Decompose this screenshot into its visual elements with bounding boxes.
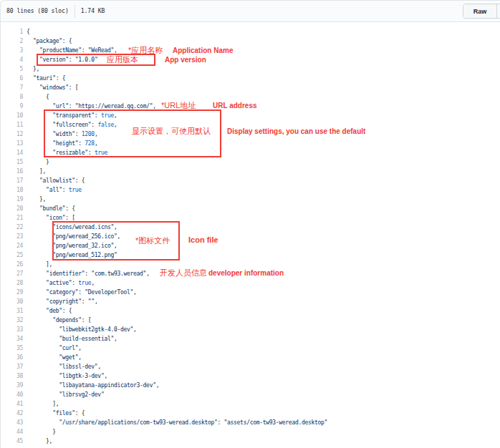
line-number[interactable]: 28 [1, 278, 23, 288]
line-number[interactable]: 18 [1, 185, 23, 195]
code-text: "curl", [23, 344, 82, 353]
line-number[interactable]: 42 [1, 409, 23, 418]
file-size: 1.74 KB [81, 8, 105, 14]
line-number[interactable]: 10 [1, 111, 23, 120]
code-line: 31 "deb": { [1, 306, 500, 316]
code-line: 40 "librsvg2-dev" [1, 390, 500, 399]
code-text: }, [23, 195, 46, 204]
code-line: 39 "libayatana-appindicator3-dev", [1, 381, 500, 390]
file-info: 80 lines (80 sloc) 1.74 KB [6, 5, 105, 18]
line-number[interactable]: 45 [1, 437, 23, 446]
line-number[interactable]: 7 [1, 83, 23, 92]
line-number[interactable]: 37 [1, 362, 23, 371]
annotation-icon-files-cn: *图标文件 [135, 236, 170, 245]
code-line: 37 "libssl-dev", [1, 362, 500, 371]
line-number[interactable]: 19 [1, 195, 23, 204]
line-number[interactable]: 6 [1, 74, 23, 83]
code-text: "/usr/share/applications/com-tw93-weread… [23, 418, 327, 427]
code-text: "active": true, [23, 278, 95, 288]
code-text: "libayatana-appindicator3-dev", [23, 381, 159, 390]
line-number[interactable]: 34 [1, 334, 23, 344]
line-number[interactable]: 20 [1, 204, 23, 213]
code-line: 18 "all": true [1, 185, 500, 195]
line-number[interactable]: 15 [1, 157, 23, 167]
code-line: 2 "package": { [1, 36, 500, 46]
annotation-developer-cn: 开发人员信息 [160, 268, 207, 278]
line-number[interactable]: 35 [1, 344, 23, 353]
line-number[interactable]: 8 [1, 92, 23, 102]
code-text: "category": "DeveloperTool", [23, 288, 137, 297]
line-number[interactable]: 32 [1, 316, 23, 325]
line-number[interactable]: 27 [1, 269, 23, 278]
code-text: "bundle": { [23, 204, 75, 213]
code-line: 45 }, [1, 437, 500, 446]
code-text: "all": true [23, 185, 82, 195]
line-number[interactable]: 4 [1, 55, 23, 64]
annotation-developer-en: developer information [208, 269, 284, 278]
code-line: 7 "windows": [ [1, 83, 500, 92]
code-line: 19 }, [1, 195, 500, 204]
code-text: }, [23, 437, 52, 446]
code-line: 15 } [1, 157, 500, 167]
line-number[interactable]: 43 [1, 418, 23, 427]
line-number[interactable]: 23 [1, 232, 23, 241]
code-text: "build-essential", [23, 334, 117, 344]
annotation-icon-files-en: Icon file [188, 235, 218, 244]
code-text: "wget", [23, 353, 82, 362]
code-text: } [23, 427, 56, 437]
line-number[interactable]: 2 [1, 36, 23, 46]
line-number[interactable]: 41 [1, 399, 23, 409]
annotation-display-settings-en: Display settings, you can use the defaul… [227, 127, 365, 136]
line-number[interactable]: 25 [1, 250, 23, 260]
code-line: 8 { [1, 92, 500, 102]
code-text: "libssl-dev", [23, 362, 101, 371]
code-text: "package": { [23, 36, 72, 46]
code-text: "libwebkit2gtk-4.0-dev", [23, 325, 137, 334]
annotation-version-en: App version [165, 56, 206, 64]
code-text: "deb": { [23, 306, 72, 316]
line-number[interactable]: 17 [1, 176, 23, 185]
raw-button[interactable]: Raw [463, 4, 497, 18]
line-number[interactable]: 38 [1, 371, 23, 381]
code-line: 34 "build-essential", [1, 334, 500, 344]
line-number[interactable]: 36 [1, 353, 23, 362]
line-number[interactable]: 21 [1, 213, 23, 223]
line-number[interactable]: 40 [1, 390, 23, 399]
line-number[interactable]: 31 [1, 306, 23, 316]
line-number[interactable]: 24 [1, 241, 23, 250]
annotation-product-name-en: Application Name [173, 47, 233, 55]
code-line: 1{ [1, 27, 500, 36]
annotation-display-settings-cn: 显示设置，可使用默认 [132, 127, 211, 136]
line-number[interactable]: 12 [1, 130, 23, 139]
code-line: 38 "libgtk-3-dev", [1, 371, 500, 381]
code-line: 35 "curl", [1, 344, 500, 353]
line-number[interactable]: 9 [1, 102, 23, 111]
code-text: "identifier": "com.tw93.weread", [23, 269, 150, 278]
code-text: ], [23, 167, 46, 176]
line-number[interactable]: 11 [1, 120, 23, 130]
file-blob-container: 80 lines (80 sloc) 1.74 KB Raw 1{2 "pack… [0, 0, 500, 448]
code-line: 6 "tauri": { [1, 74, 500, 83]
code-line: 17 "allowlist": { [1, 176, 500, 185]
blame-button-partial[interactable] [497, 4, 500, 18]
line-number[interactable]: 1 [1, 27, 23, 36]
line-number[interactable]: 33 [1, 325, 23, 334]
line-number[interactable]: 44 [1, 427, 23, 437]
line-number[interactable]: 30 [1, 297, 23, 306]
line-number[interactable]: 26 [1, 260, 23, 269]
annotation-url-en: URL address [213, 102, 257, 110]
annotation-url-cn: *URL地址 [161, 101, 196, 110]
code-line: 29 "category": "DeveloperTool", [1, 288, 500, 297]
line-number[interactable]: 39 [1, 381, 23, 390]
line-number[interactable]: 16 [1, 167, 23, 176]
line-number[interactable]: 14 [1, 148, 23, 157]
code-line: 36 "wget", [1, 353, 500, 362]
line-number[interactable]: 13 [1, 139, 23, 148]
line-number[interactable]: 29 [1, 288, 23, 297]
annotation-version-cn: 应用版本 [107, 55, 138, 64]
code-line: 20 "bundle": { [1, 204, 500, 213]
code-text: "allowlist": { [23, 176, 85, 185]
line-number[interactable]: 5 [1, 64, 23, 74]
line-number[interactable]: 3 [1, 46, 23, 55]
line-number[interactable]: 22 [1, 223, 23, 232]
